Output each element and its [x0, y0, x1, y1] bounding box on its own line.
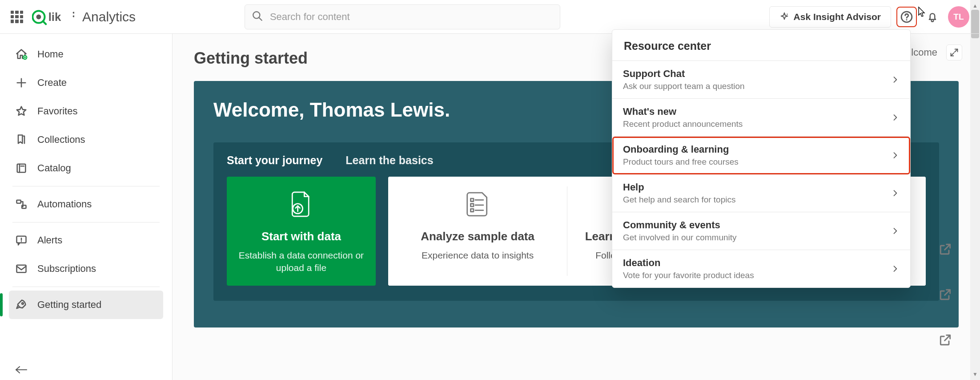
svg-rect-21	[17, 265, 26, 272]
nav-favorites[interactable]: Favorites	[9, 97, 163, 125]
chevron-right-icon	[891, 226, 900, 235]
resource-item-ideation[interactable]: Ideation Vote for your favorite product …	[612, 250, 910, 287]
file-upload-icon	[288, 190, 314, 218]
svg-text:lik: lik	[48, 11, 61, 23]
collapse-sidebar-button[interactable]	[13, 364, 28, 377]
peek-text: lcome	[911, 47, 937, 58]
search-icon	[252, 10, 263, 24]
left-nav: Home Create Favorites Collections Catalo…	[0, 34, 173, 380]
card-title: Start with data	[261, 229, 341, 244]
svg-point-20	[21, 241, 22, 242]
external-link-icon	[938, 333, 952, 347]
nav-getting-started[interactable]: Getting started	[9, 291, 163, 319]
nav-home[interactable]: Home	[9, 40, 163, 69]
automation-icon	[15, 198, 28, 210]
nav-label: Getting started	[37, 299, 101, 311]
nav-label: Favorites	[37, 105, 77, 117]
resource-item-community[interactable]: Community & events Get involved in our c…	[612, 212, 910, 250]
expand-icon	[950, 48, 959, 57]
resource-item-sub: Recent product announcements	[623, 119, 743, 129]
svg-line-2	[43, 21, 46, 24]
help-button[interactable]	[896, 7, 917, 27]
product-logo[interactable]: lik Analytics	[32, 8, 136, 26]
help-icon	[900, 10, 913, 24]
resource-item-sub: Get help and search for topics	[623, 195, 735, 205]
resource-item-support[interactable]: Support Chat Ask our support team a ques…	[612, 61, 910, 99]
resource-item-title: Support Chat	[623, 68, 745, 80]
global-search[interactable]	[245, 4, 560, 29]
nav-divider	[12, 222, 160, 222]
journey-tab-primary[interactable]: Start your journey	[227, 154, 322, 167]
expand-button[interactable]	[946, 44, 962, 61]
svg-point-1	[36, 14, 41, 19]
svg-rect-29	[471, 209, 474, 211]
bell-icon	[926, 11, 939, 23]
qlik-logo-icon: lik	[32, 8, 74, 26]
nav-label: Create	[37, 77, 67, 89]
resource-item-title: Onboarding & learning	[623, 144, 739, 155]
nav-divider	[12, 287, 160, 287]
resource-item-sub: Product tours and free courses	[623, 157, 739, 167]
nav-label: Home	[37, 49, 64, 60]
chevron-right-icon	[891, 151, 900, 160]
resource-item-onboarding[interactable]: Onboarding & learning Product tours and …	[612, 137, 910, 174]
svg-rect-25	[471, 198, 474, 201]
resource-item-title: Community & events	[623, 219, 737, 231]
product-name: Analytics	[82, 9, 136, 24]
nav-subscriptions[interactable]: Subscriptions	[9, 255, 163, 283]
scrollbar-down-arrow[interactable]: ▼	[971, 370, 979, 378]
nav-automations[interactable]: Automations	[9, 190, 163, 218]
user-avatar[interactable]: TL	[948, 6, 969, 28]
background-link-tiles	[938, 242, 952, 347]
svg-point-4	[73, 12, 74, 13]
sparkle-icon	[779, 12, 789, 22]
nav-catalog[interactable]: Catalog	[9, 154, 163, 182]
home-icon	[15, 48, 28, 61]
svg-point-22	[22, 303, 24, 304]
collapse-icon	[13, 364, 28, 376]
resource-center-title: Resource center	[612, 30, 910, 61]
journey-card-start-data[interactable]: Start with data Establish a data connect…	[227, 177, 376, 286]
document-list-icon	[464, 190, 491, 218]
resource-item-sub: Vote for your favorite product ideas	[623, 271, 754, 280]
catalog-icon	[15, 162, 28, 174]
search-input[interactable]	[245, 4, 560, 29]
nav-label: Subscriptions	[37, 263, 96, 275]
card-sub: Experience data to insights	[422, 249, 534, 262]
content-scrollbar[interactable]: ▲ ▼	[970, 0, 980, 380]
nav-collections[interactable]: Collections	[9, 125, 163, 154]
welcome-peek: lcome	[911, 44, 962, 61]
chevron-right-icon	[891, 264, 900, 273]
ask-insight-label: Ask Insight Advisor	[794, 12, 881, 22]
nav-alerts[interactable]: Alerts	[9, 226, 163, 255]
card-sub: Establish a data connection or upload a …	[236, 249, 367, 275]
svg-rect-27	[471, 204, 474, 206]
nav-label: Catalog	[37, 162, 71, 174]
ask-insight-button[interactable]: Ask Insight Advisor	[769, 6, 891, 28]
notifications-button[interactable]	[922, 7, 943, 27]
chevron-right-icon	[891, 75, 900, 84]
resource-item-help[interactable]: Help Get help and search for topics	[612, 174, 910, 212]
mail-icon	[15, 263, 28, 275]
star-icon	[15, 105, 28, 117]
resource-item-sub: Get involved in our community	[623, 233, 737, 243]
journey-card-sample-data[interactable]: Analyze sample data Experience data to i…	[388, 177, 567, 286]
app-launcher-icon[interactable]	[11, 11, 23, 23]
resource-item-title: Ideation	[623, 257, 754, 269]
alert-chat-icon	[15, 234, 28, 247]
resource-center-panel: Resource center Support Chat Ask our sup…	[612, 29, 911, 288]
journey-tab-secondary[interactable]: Learn the basics	[345, 154, 433, 167]
card-title: Analyze sample data	[421, 229, 534, 244]
nav-label: Automations	[37, 198, 92, 210]
svg-line-7	[259, 17, 262, 20]
resource-item-title: Help	[623, 182, 735, 193]
plus-icon	[15, 77, 28, 89]
resource-item-whatsnew[interactable]: What's new Recent product announcements	[612, 99, 910, 137]
svg-point-9	[906, 19, 907, 20]
svg-rect-16	[17, 200, 21, 203]
nav-divider	[12, 186, 160, 186]
external-link-icon	[938, 242, 952, 256]
bookmark-collection-icon	[15, 133, 28, 146]
nav-create[interactable]: Create	[9, 69, 163, 97]
nav-label: Collections	[37, 134, 85, 146]
